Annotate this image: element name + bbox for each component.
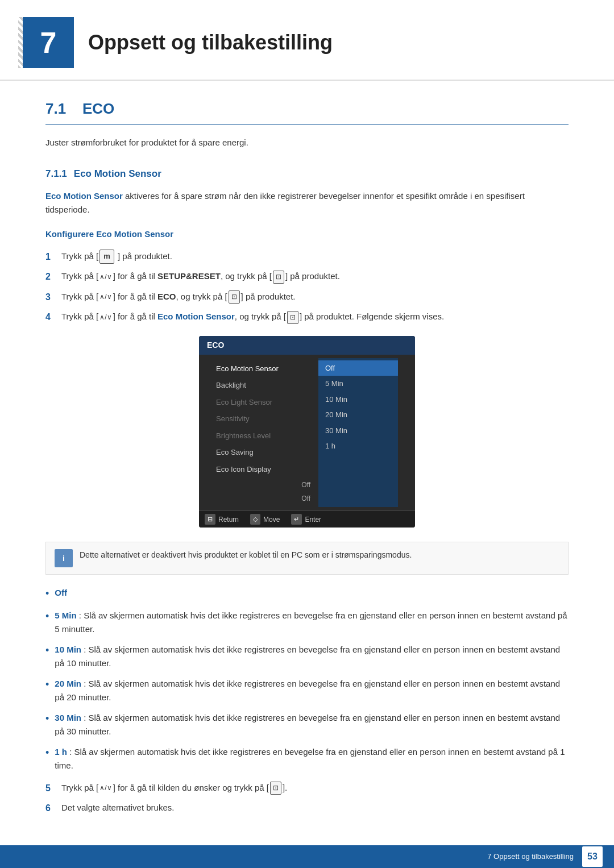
section-number: 7.1 [45, 98, 71, 120]
step-3-number: 3 [45, 290, 61, 305]
main-content: 7.1 ECO Juster strømforbruket for produk… [0, 98, 614, 861]
updown-icon-3: ∧/∨ [99, 292, 111, 302]
eco-right-1h: 1 h [318, 438, 398, 454]
eco-icon-off-val: Off [301, 495, 310, 502]
step-1-number: 1 [45, 250, 61, 264]
updown-icon-4: ∧/∨ [99, 312, 111, 323]
note-icon: i [55, 549, 73, 567]
footer-move-label: Move [263, 514, 280, 525]
step-3: 3 Trykk på [∧/∨] for å gå til ECO, og tr… [45, 290, 569, 305]
section-intro: Juster strømforbruket for produktet for … [45, 136, 569, 149]
bullet-dot-30min: • [45, 711, 49, 727]
bullet-off-text: Off [55, 586, 67, 600]
bullet-dot-5min: • [45, 608, 49, 625]
footer-return-label: Return [218, 514, 239, 525]
return-icon: ⊟ [205, 514, 215, 525]
footer-enter: ↵ Enter [291, 514, 321, 525]
eco-menu-title: ECO [199, 336, 415, 355]
bullet-1h: • 1 h : Slå av skjermen automatisk hvis … [45, 745, 569, 773]
eco-motion-sensor-inline-label: Eco Motion Sensor [45, 191, 123, 201]
updown-icon-2: ∧/∨ [99, 272, 111, 283]
eco-saving-off-val: Off [301, 480, 310, 490]
eco-menu-right-panel: Off 5 Min 10 Min 20 Min 30 Min 1 h [318, 358, 398, 508]
subsection-number: 7.1.1 [45, 167, 67, 181]
eco-menu-left-panel: Eco Motion Sensor Backlight Eco Light Se… [199, 358, 318, 508]
eco-menu-item-brightness-level: Brightness Level [199, 427, 318, 445]
eco-right-5min: 5 Min [318, 376, 398, 392]
eco-right-20min: 20 Min [318, 407, 398, 423]
page-footer: 7 Oppsett og tilbakestilling 53 [0, 845, 614, 868]
steps-list: 1 Trykk på [m ] på produktet. 2 Trykk på… [45, 250, 569, 325]
eco-menu-item-eco-light-sensor: Eco Light Sensor [199, 394, 318, 411]
step-4-text: Trykk på [∧/∨] for å gå til Eco Motion S… [61, 310, 569, 324]
chapter-header: 7 Oppsett og tilbakestilling [0, 0, 614, 81]
subsection-title: 7.1.1 Eco Motion Sensor [45, 167, 569, 181]
step-5: 5 Trykk på [∧/∨] for å gå til kilden du … [45, 781, 569, 796]
bullet-dot-20min: • [45, 676, 49, 693]
enter-icon-2: ⊡ [273, 271, 284, 284]
bullet-1h-text: 1 h : Slå av skjermen automatisk hvis de… [55, 745, 569, 773]
footer-chapter-ref: 7 Oppsett og tilbakestilling [487, 851, 574, 862]
step-3-text: Trykk på [∧/∨] for å gå til ECO, og tryk… [61, 290, 569, 304]
section-label: ECO [82, 98, 114, 120]
eco-menu-screenshot: ECO Eco Motion Sensor Backlight Eco Ligh… [45, 336, 569, 528]
enter-icon-footer: ↵ [291, 514, 302, 525]
footer-return: ⊟ Return [205, 514, 239, 525]
footer-move: ◇ Move [250, 514, 280, 525]
subsection-label: Eco Motion Sensor [74, 167, 161, 181]
eco-menu-item-backlight: Backlight [199, 377, 318, 394]
enter-icon-4: ⊡ [287, 311, 298, 324]
bullet-30min: • 30 Min : Slå av skjermen automatisk hv… [45, 711, 569, 738]
step-2-text: Trykk på [∧/∨] for å gå til SETUP&RESET,… [61, 269, 569, 284]
enter-icon-3: ⊡ [229, 290, 240, 304]
enter-icon-5: ⊡ [270, 782, 281, 795]
step-5-number: 5 [45, 781, 61, 796]
bullet-dot-off: • [45, 585, 49, 602]
eco-menu-item-eco-saving: Eco Saving [199, 444, 318, 461]
note-svg: i [58, 553, 69, 564]
eco-right-30min: 30 Min [318, 423, 398, 439]
eco-menu-item-sensitivity: Sensitivity [199, 410, 318, 427]
bullet-10min-text: 10 Min : Slå av skjermen automatisk hvis… [55, 643, 569, 670]
subsection-body: Eco Motion Sensor aktiveres for å spare … [45, 189, 569, 217]
step-4-number: 4 [45, 310, 61, 325]
bullet-dot-1h: • [45, 745, 49, 761]
bullet-10min: • 10 Min : Slå av skjermen automatisk hv… [45, 643, 569, 670]
note-text: Dette alternativet er deaktivert hvis pr… [80, 549, 412, 561]
footer-enter-label: Enter [305, 514, 321, 525]
step-6-text: Det valgte alternativet brukes. [61, 801, 569, 815]
bullet-off: • Off [45, 586, 569, 602]
footer-page-number: 53 [582, 846, 603, 867]
bullet-20min-text: 20 Min : Slå av skjermen automatisk hvis… [55, 677, 569, 704]
bullet-5min: • 5 Min : Slå av skjermen automatisk hvi… [45, 609, 569, 636]
bullet-20min: • 20 Min : Slå av skjermen automatisk hv… [45, 677, 569, 704]
eco-menu-body: Eco Motion Sensor Backlight Eco Light Se… [199, 355, 415, 511]
bullet-5min-text: 5 Min : Slå av skjermen automatisk hvis … [55, 609, 569, 636]
eco-menu-footer: ⊟ Return ◇ Move ↵ Enter [199, 510, 415, 528]
svg-text:i: i [63, 554, 65, 563]
eco-menu-item-eco-motion-sensor: Eco Motion Sensor [199, 360, 318, 377]
step-6-number: 6 [45, 801, 61, 816]
step-4: 4 Trykk på [∧/∨] for å gå til Eco Motion… [45, 310, 569, 325]
step-1: 1 Trykk på [m ] på produktet. [45, 250, 569, 264]
eco-right-10min: 10 Min [318, 392, 398, 408]
step-6: 6 Det valgte alternativet brukes. [45, 801, 569, 816]
configure-heading: Konfigurere Eco Motion Sensor [45, 228, 569, 241]
bullet-30min-text: 30 Min : Slå av skjermen automatisk hvis… [55, 711, 569, 738]
chapter-title: Oppsett og tilbakestilling [88, 27, 333, 58]
step-2: 2 Trykk på [∧/∨] for å gå til SETUP&RESE… [45, 269, 569, 284]
key-m-icon: m [99, 250, 114, 264]
bullet-list: • Off • 5 Min : Slå av skjermen automati… [45, 586, 569, 773]
bullet-dot-10min: • [45, 642, 49, 659]
move-icon: ◇ [250, 514, 260, 525]
section-title: 7.1 ECO [45, 98, 569, 125]
step-5-text: Trykk på [∧/∨] for å gå til kilden du øn… [61, 781, 569, 795]
eco-right-off: Off [318, 360, 398, 376]
updown-icon-5: ∧/∨ [99, 783, 111, 794]
step-2-number: 2 [45, 269, 61, 284]
eco-menu: ECO Eco Motion Sensor Backlight Eco Ligh… [199, 336, 415, 528]
note-box: i Dette alternativet er deaktivert hvis … [45, 542, 569, 575]
chapter-number: 7 [23, 17, 74, 68]
step-1-text: Trykk på [m ] på produktet. [61, 250, 569, 264]
eco-menu-item-eco-icon-display: Eco Icon Display [199, 461, 318, 478]
